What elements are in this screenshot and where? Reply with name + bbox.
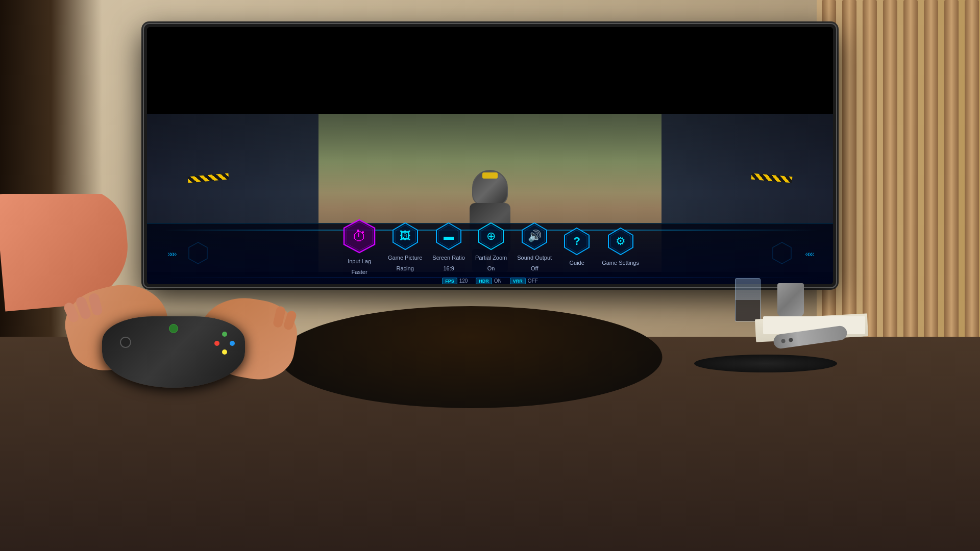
hex-shape-sound-output: 🔊 (520, 221, 549, 251)
vrr-value: OFF (528, 278, 538, 284)
hdr-label: HDR (476, 278, 492, 284)
metal-cup (777, 283, 804, 316)
guide-label: Guide (569, 259, 584, 266)
menu-item-guide[interactable]: ? Guide (562, 227, 592, 266)
menu-item-sound-output[interactable]: 🔊 Sound Output Off (517, 221, 552, 272)
fps-label: FPS (442, 278, 457, 284)
fps-value: 120 (459, 278, 468, 284)
game-settings-icon: ⚙ (616, 235, 626, 248)
sound-output-value: Off (531, 265, 538, 272)
letterbox-top (147, 27, 833, 114)
menu-item-game-settings[interactable]: ⚙ Game Settings (602, 227, 639, 266)
vrr-label: VRR (510, 278, 526, 284)
game-controller (102, 316, 245, 388)
svg-marker-1 (773, 242, 791, 264)
glass-drink (735, 278, 761, 321)
menu-item-screen-ratio[interactable]: ▬ Screen Ratio 16:9 (432, 221, 465, 272)
sound-output-label: Sound Output (517, 254, 552, 261)
hex-shape-partial-zoom: ⊕ (476, 221, 506, 251)
partial-zoom-value: On (487, 265, 495, 272)
sound-output-icon: 🔊 (528, 230, 542, 243)
hex-shape-guide: ? (562, 227, 592, 256)
menu-item-partial-zoom[interactable]: ⊕ Partial Zoom On (475, 221, 507, 272)
screen-ratio-value: 16:9 (443, 265, 454, 272)
side-table (694, 355, 837, 372)
game-settings-label: Game Settings (602, 259, 639, 266)
ui-arrows-right: ««« (805, 249, 813, 259)
hdr-badge: HDR ON (476, 278, 502, 284)
hex-shape-game-settings: ⚙ (606, 227, 635, 256)
hex-decoration-right (772, 241, 792, 267)
hex-shape-screen-ratio: ▬ (434, 221, 463, 251)
screen-ratio-label: Screen Ratio (432, 254, 465, 261)
partial-zoom-icon: ⊕ (486, 230, 496, 243)
partial-zoom-label: Partial Zoom (475, 254, 507, 261)
screen-ratio-icon: ▬ (444, 231, 454, 242)
guide-icon: ? (573, 235, 580, 248)
fps-badge: FPS 120 (442, 278, 468, 284)
vrr-badge: VRR OFF (510, 278, 538, 284)
hdr-value: ON (494, 278, 502, 284)
person-with-controller (0, 194, 419, 449)
status-bar: FPS 120 HDR ON VRR OFF (442, 278, 538, 284)
